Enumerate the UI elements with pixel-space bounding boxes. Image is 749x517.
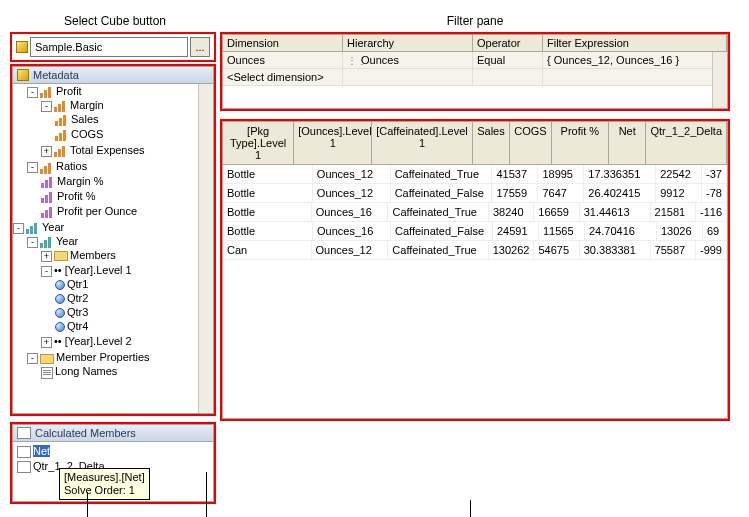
- data-cell[interactable]: Bottle: [223, 165, 313, 184]
- data-header[interactable]: [Ounces].Level 1: [294, 122, 372, 165]
- data-cell[interactable]: 69: [703, 222, 727, 241]
- data-cell[interactable]: 24591: [493, 222, 539, 241]
- data-cell[interactable]: 38240: [489, 203, 534, 222]
- tree-item[interactable]: Year: [42, 221, 64, 233]
- data-cell[interactable]: 31.44613: [580, 203, 651, 222]
- data-header[interactable]: [Caffeinated].Level 1: [372, 122, 473, 165]
- data-cell[interactable]: -37: [702, 165, 727, 184]
- data-cell[interactable]: 18995: [538, 165, 584, 184]
- tree-item[interactable]: COGS: [71, 128, 103, 140]
- tree-item[interactable]: Qtr3: [67, 306, 88, 318]
- tree-item[interactable]: Qtr4: [67, 320, 88, 332]
- data-cell[interactable]: 9912: [656, 184, 702, 203]
- data-cell[interactable]: 26.402415: [584, 184, 656, 203]
- filter-cell[interactable]: [543, 69, 727, 86]
- filter-cell[interactable]: Ounces: [223, 52, 343, 69]
- data-row[interactable]: BottleOunces_12Caffeinated_False17559764…: [223, 184, 727, 203]
- tree-item[interactable]: Sales: [71, 113, 99, 125]
- data-cell[interactable]: Ounces_12: [312, 241, 389, 260]
- tree-item[interactable]: Member Properties: [56, 351, 150, 363]
- data-cell[interactable]: Bottle: [223, 184, 313, 203]
- data-cell[interactable]: Ounces_16: [312, 203, 389, 222]
- metadata-tree[interactable]: -Profit -Margin Sales COGS +Total Expens…: [12, 84, 214, 414]
- data-header[interactable]: Qtr_1_2_Delta: [646, 122, 727, 165]
- cube-name-field[interactable]: Sample.Basic: [30, 37, 188, 57]
- data-cell[interactable]: Can: [223, 241, 312, 260]
- data-cell[interactable]: 21581: [651, 203, 696, 222]
- data-row[interactable]: CanOunces_12Caffeinated_True130262546753…: [223, 241, 727, 260]
- expander-icon[interactable]: +: [41, 337, 52, 348]
- data-cell[interactable]: Ounces_16: [313, 222, 391, 241]
- tree-item[interactable]: Profit: [56, 85, 82, 97]
- calc-member-item[interactable]: Net: [15, 444, 211, 459]
- tree-item[interactable]: Ratios: [56, 160, 87, 172]
- expander-icon[interactable]: -: [13, 223, 24, 234]
- data-cell[interactable]: Bottle: [223, 222, 313, 241]
- data-cell[interactable]: Caffeinated_True: [388, 203, 488, 222]
- data-cell[interactable]: 30.383381: [580, 241, 651, 260]
- filter-cell[interactable]: Equal: [473, 52, 543, 69]
- data-cell[interactable]: 13026: [657, 222, 703, 241]
- data-header[interactable]: [Pkg Type].Level 1: [223, 122, 294, 165]
- expander-icon[interactable]: +: [41, 251, 52, 262]
- data-cell[interactable]: 7647: [538, 184, 584, 203]
- data-header[interactable]: Profit %: [552, 122, 609, 165]
- data-cell[interactable]: Ounces_12: [313, 184, 391, 203]
- tree-item[interactable]: Members: [70, 249, 116, 261]
- tree-item[interactable]: Profit per Ounce: [57, 205, 137, 217]
- data-cell[interactable]: Caffeinated_True: [391, 165, 493, 184]
- filter-cell[interactable]: { Ounces_12, Ounces_16 }: [543, 52, 727, 69]
- data-cell[interactable]: Bottle: [223, 203, 312, 222]
- data-cell[interactable]: 130262: [489, 241, 535, 260]
- data-header[interactable]: COGS: [510, 122, 551, 165]
- filter-header[interactable]: Filter Expression: [543, 35, 727, 52]
- data-cell[interactable]: 54675: [534, 241, 579, 260]
- data-cell[interactable]: Caffeinated_False: [391, 222, 493, 241]
- filter-header[interactable]: Dimension: [223, 35, 343, 52]
- tree-item[interactable]: Profit %: [57, 190, 96, 202]
- tree-item[interactable]: Margin %: [57, 175, 103, 187]
- data-body[interactable]: BottleOunces_12Caffeinated_True415371899…: [223, 165, 727, 260]
- data-cell[interactable]: Ounces_12: [313, 165, 391, 184]
- expander-icon[interactable]: -: [27, 87, 38, 98]
- tree-item[interactable]: Total Expenses: [70, 144, 145, 156]
- expander-icon[interactable]: -: [41, 101, 52, 112]
- expander-icon[interactable]: -: [27, 162, 38, 173]
- tree-item[interactable]: Long Names: [55, 365, 117, 377]
- data-cell[interactable]: -78: [702, 184, 727, 203]
- filter-cell[interactable]: [473, 69, 543, 86]
- scrollbar[interactable]: [712, 52, 727, 108]
- tree-item[interactable]: [Year].Level 2: [65, 335, 132, 347]
- data-cell[interactable]: -116: [696, 203, 727, 222]
- data-cell[interactable]: 11565: [539, 222, 585, 241]
- filter-placeholder[interactable]: <Select dimension>: [223, 69, 343, 86]
- expander-icon[interactable]: +: [41, 146, 52, 157]
- data-cell[interactable]: Caffeinated_True: [388, 241, 488, 260]
- filter-row[interactable]: Ounces ⋮⋮Ounces Equal { Ounces_12, Ounce…: [223, 52, 727, 69]
- tree-item[interactable]: Qtr1: [67, 278, 88, 290]
- data-row[interactable]: BottleOunces_16Caffeinated_True382401665…: [223, 203, 727, 222]
- data-cell[interactable]: Caffeinated_False: [391, 184, 493, 203]
- scrollbar[interactable]: [198, 84, 213, 413]
- data-cell[interactable]: 16659: [534, 203, 579, 222]
- filter-header[interactable]: Operator: [473, 35, 543, 52]
- filter-header[interactable]: Hierarchy: [343, 35, 473, 52]
- expander-icon[interactable]: -: [41, 266, 52, 277]
- filter-row-new[interactable]: <Select dimension>: [223, 69, 727, 86]
- data-cell[interactable]: 17.336351: [584, 165, 656, 184]
- data-header[interactable]: Sales: [473, 122, 510, 165]
- expander-icon[interactable]: -: [27, 237, 38, 248]
- filter-cell[interactable]: ⋮⋮Ounces: [343, 52, 473, 69]
- expander-icon[interactable]: -: [27, 353, 38, 364]
- data-cell[interactable]: 17559: [492, 184, 538, 203]
- data-cell[interactable]: 41537: [492, 165, 538, 184]
- data-cell[interactable]: 75587: [651, 241, 696, 260]
- data-cell[interactable]: -999: [696, 241, 727, 260]
- data-cell[interactable]: 24.70416: [585, 222, 657, 241]
- data-header[interactable]: Net: [609, 122, 646, 165]
- select-cube-button[interactable]: ...: [190, 37, 210, 57]
- filter-cell[interactable]: [343, 69, 473, 86]
- data-cell[interactable]: 22542: [656, 165, 702, 184]
- tree-item[interactable]: Margin: [70, 99, 104, 111]
- tree-item[interactable]: Year: [56, 235, 78, 247]
